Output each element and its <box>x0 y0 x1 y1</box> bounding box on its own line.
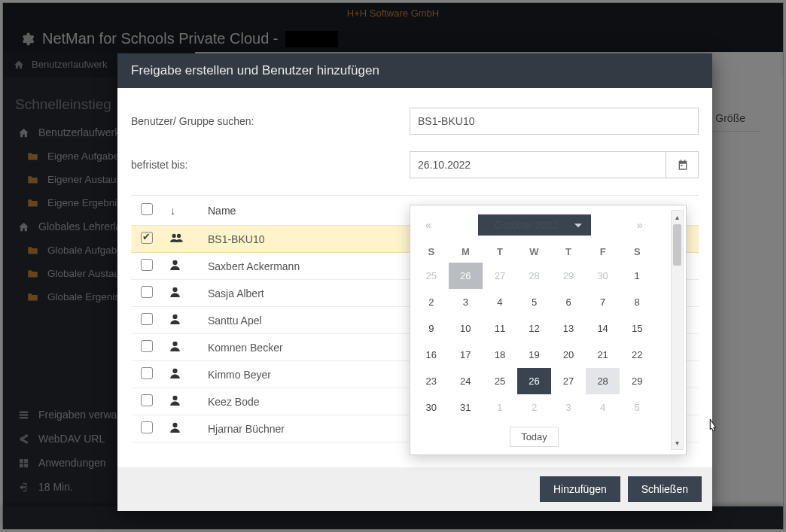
svg-point-3 <box>172 287 177 292</box>
cal-day[interactable]: 24 <box>449 368 483 394</box>
close-button[interactable]: Schließen <box>628 476 702 502</box>
modal-share: Freigabe erstellen und Benutzer hinzufüg… <box>117 53 712 511</box>
user-icon <box>170 287 180 297</box>
user-icon <box>170 260 180 270</box>
cal-day[interactable]: 28 <box>517 263 552 289</box>
cal-day[interactable]: 7 <box>586 289 620 315</box>
cal-day[interactable]: 2 <box>414 289 449 315</box>
row-checkbox[interactable] <box>141 340 153 352</box>
cal-dow: T <box>551 241 586 263</box>
cal-day[interactable]: 3 <box>551 394 586 421</box>
cal-prev-button[interactable]: « <box>418 214 439 236</box>
cal-day[interactable]: 28 <box>586 368 620 394</box>
cal-day[interactable]: 26 <box>449 263 483 289</box>
cal-day[interactable]: 5 <box>517 289 552 315</box>
cal-day[interactable]: 23 <box>414 368 449 394</box>
cal-day[interactable]: 12 <box>517 315 552 342</box>
cal-dow: S <box>620 241 654 263</box>
user-icon <box>170 422 180 433</box>
cal-day[interactable]: 8 <box>620 289 654 315</box>
cal-day[interactable]: 25 <box>414 263 449 289</box>
svg-point-2 <box>172 260 177 265</box>
modal-title: Freigabe erstellen und Benutzer hinzufüg… <box>117 53 712 88</box>
cal-dow: S <box>414 241 449 263</box>
row-checkbox[interactable] <box>141 394 153 406</box>
cal-next-button[interactable]: » <box>629 214 650 236</box>
cal-day[interactable]: 30 <box>414 394 449 421</box>
cal-day[interactable]: 21 <box>586 342 620 368</box>
col-sort[interactable]: ↓ <box>163 196 200 226</box>
row-checkbox[interactable] <box>141 313 153 325</box>
cal-day[interactable]: 14 <box>586 315 620 342</box>
cal-day[interactable]: 29 <box>620 368 654 394</box>
cal-day[interactable]: 16 <box>414 342 449 368</box>
calendar-popup: « October 2022 » SMTWTFS2526272829301234… <box>410 205 687 455</box>
row-checkbox[interactable] <box>141 421 153 433</box>
cal-day[interactable]: 27 <box>551 368 586 394</box>
cal-day[interactable]: 6 <box>551 289 586 315</box>
cal-day[interactable]: 15 <box>620 315 654 342</box>
cal-day[interactable]: 25 <box>483 368 517 394</box>
svg-point-4 <box>172 315 177 319</box>
cal-month-select[interactable]: October 2022 <box>478 214 591 236</box>
cal-day[interactable]: 4 <box>586 394 620 421</box>
cal-day[interactable]: 20 <box>551 342 586 368</box>
date-input[interactable] <box>410 151 699 178</box>
cal-day[interactable]: 17 <box>449 342 483 368</box>
cal-day[interactable]: 4 <box>483 289 517 315</box>
cal-day[interactable]: 30 <box>586 263 620 289</box>
row-checkbox[interactable] <box>141 259 153 271</box>
group-icon <box>170 233 184 243</box>
user-icon <box>170 341 180 351</box>
cal-day[interactable]: 3 <box>449 289 483 315</box>
cal-day[interactable]: 18 <box>483 342 517 368</box>
calendar-icon <box>677 159 689 171</box>
user-icon <box>170 368 180 378</box>
cal-day[interactable]: 29 <box>551 263 586 289</box>
cal-day[interactable]: 11 <box>483 315 517 342</box>
search-input[interactable] <box>410 108 699 135</box>
scroll-down-icon[interactable]: ▾ <box>672 436 683 449</box>
cal-day[interactable]: 26 <box>517 368 552 394</box>
svg-point-0 <box>172 234 176 238</box>
row-checkbox[interactable] <box>141 286 153 298</box>
cal-day[interactable]: 2 <box>517 394 552 421</box>
svg-point-7 <box>172 396 177 400</box>
date-label: befristet bis: <box>131 159 410 171</box>
search-label: Benutzer/ Gruppe suchen: <box>131 115 410 127</box>
svg-point-6 <box>172 369 177 373</box>
col-checkbox[interactable] <box>131 196 163 226</box>
cal-dow: F <box>586 241 620 263</box>
cal-day[interactable]: 1 <box>483 394 517 421</box>
cal-dow: M <box>449 241 483 263</box>
scroll-up-icon[interactable]: ▴ <box>672 211 683 223</box>
scroll-thumb[interactable] <box>673 224 681 266</box>
svg-point-1 <box>177 234 181 238</box>
user-icon <box>170 395 180 406</box>
cal-day[interactable]: 5 <box>620 394 654 421</box>
svg-point-5 <box>172 342 177 346</box>
cal-scrollbar[interactable]: ▴ ▾ <box>671 210 684 450</box>
cal-day[interactable]: 13 <box>551 315 586 342</box>
cal-today-button[interactable]: Today <box>510 427 559 447</box>
cal-day[interactable]: 10 <box>449 315 483 342</box>
cal-day[interactable]: 22 <box>620 342 654 368</box>
cal-day[interactable]: 1 <box>620 263 654 289</box>
calendar-button[interactable] <box>666 151 699 178</box>
cal-day[interactable]: 19 <box>517 342 552 368</box>
cal-day[interactable]: 27 <box>483 263 517 289</box>
cal-dow: T <box>483 241 517 263</box>
cal-day[interactable]: 9 <box>414 315 449 342</box>
cal-day[interactable]: 31 <box>449 394 483 421</box>
row-checkbox[interactable] <box>141 367 153 379</box>
svg-point-8 <box>172 423 177 427</box>
user-icon <box>170 314 180 324</box>
row-checkbox[interactable] <box>141 232 153 244</box>
add-button[interactable]: Hinzufügen <box>540 476 620 502</box>
cal-dow: W <box>517 241 552 263</box>
